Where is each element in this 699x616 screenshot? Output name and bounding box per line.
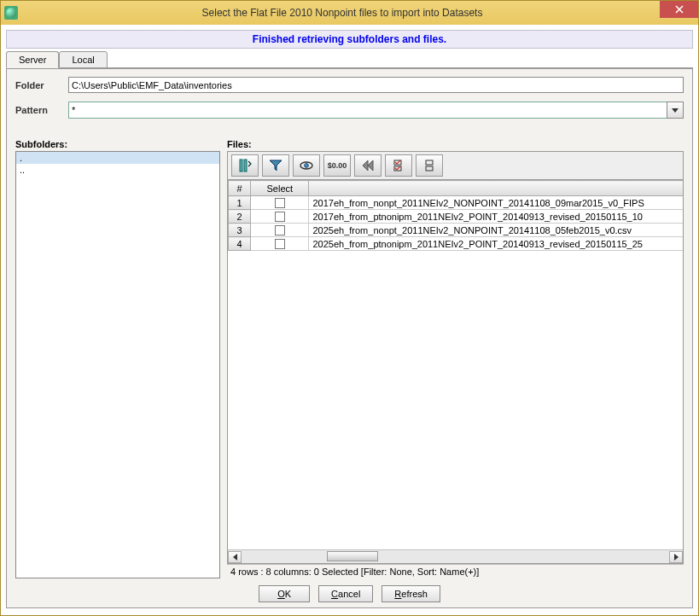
tab-strip: Server Local [6, 51, 693, 69]
svg-rect-6 [426, 160, 433, 165]
titlebar: Select the Flat File 2010 Nonpoint files… [1, 1, 698, 25]
sort-button[interactable] [231, 154, 259, 177]
tab-panel-server: Folder Pattern Subfolders: . .. [6, 67, 693, 608]
row-number: 2 [229, 210, 251, 224]
select-all-icon [391, 158, 406, 173]
col-header-select[interactable]: Select [251, 181, 309, 196]
reset-button[interactable] [354, 154, 382, 177]
folder-input[interactable] [68, 77, 684, 93]
file-name-cell: 2017eh_from_ptnonipm_2011NEIv2_POINT_201… [309, 210, 683, 224]
scroll-right-icon[interactable] [669, 551, 683, 563]
filter-button[interactable] [262, 154, 289, 177]
row-checkbox[interactable] [275, 198, 285, 208]
row-number: 3 [229, 224, 251, 237]
scroll-thumb[interactable] [327, 551, 378, 561]
row-checkbox[interactable] [275, 225, 285, 235]
list-item[interactable]: .. [16, 164, 219, 176]
app-icon [4, 6, 18, 20]
dialog-window: Select the Flat File 2010 Nonpoint files… [0, 0, 699, 616]
pattern-input[interactable] [68, 102, 667, 119]
files-grid: # Select Name 1 2017eh_from [227, 179, 684, 564]
close-button[interactable] [660, 1, 698, 18]
content: Finished retrieving subfolders and files… [1, 25, 698, 615]
svg-point-3 [305, 164, 309, 168]
select-all-button[interactable] [385, 154, 412, 177]
table-row[interactable]: 1 2017eh_from_nonpt_2011NEIv2_NONPOINT_2… [229, 196, 684, 210]
table-row[interactable]: 4 2025eh_from_ptnonipm_2011NEIv2_POINT_2… [229, 237, 684, 251]
tab-server[interactable]: Server [6, 51, 59, 68]
grid-status: 4 rows : 8 columns: 0 Selected [Filter: … [227, 564, 684, 578]
clear-all-button[interactable] [416, 154, 443, 177]
folder-label: Folder [15, 80, 68, 90]
tab-local[interactable]: Local [59, 51, 107, 68]
row-number: 4 [229, 237, 251, 251]
button-bar: OK Cancel Refresh [15, 578, 684, 602]
svg-rect-1 [244, 160, 247, 171]
subfolders-label: Subfolders: [15, 139, 220, 149]
status-message: Finished retrieving subfolders and files… [6, 30, 693, 49]
file-name-cell: 2025eh_from_ptnonipm_2011NEIv2_POINT_201… [309, 237, 683, 251]
scroll-left-icon[interactable] [228, 551, 242, 563]
subfolders-list[interactable]: . .. [15, 151, 220, 578]
format-button[interactable]: $0.00 [323, 154, 351, 177]
files-label: Files: [227, 139, 684, 149]
file-name-cell: 2025eh_from_nonpt_2011NEIv2_NONPOINT_201… [309, 224, 683, 237]
refresh-button[interactable]: Refresh [382, 585, 440, 602]
files-toolbar: $0.00 [227, 151, 684, 180]
sort-icon [237, 158, 253, 173]
funnel-icon [268, 158, 283, 173]
cancel-button[interactable]: Cancel [318, 585, 373, 602]
row-checkbox[interactable] [275, 212, 285, 222]
rewind-icon [360, 158, 376, 173]
table-row[interactable]: 3 2025eh_from_nonpt_2011NEIv2_NONPOINT_2… [229, 224, 684, 237]
show-hide-button[interactable] [293, 154, 320, 177]
pattern-dropdown-button[interactable] [667, 102, 684, 119]
clear-all-icon [422, 158, 437, 173]
svg-rect-7 [426, 166, 433, 171]
ok-button[interactable]: OK [259, 585, 310, 602]
row-number: 1 [229, 196, 251, 210]
pattern-label: Pattern [15, 105, 68, 115]
eye-icon [299, 158, 314, 173]
row-checkbox[interactable] [275, 239, 285, 249]
col-header-num[interactable]: # [229, 181, 251, 196]
col-header-name[interactable]: Name [309, 181, 683, 196]
close-icon [675, 5, 684, 14]
horizontal-scrollbar[interactable] [228, 549, 683, 563]
window-title: Select the Flat File 2010 Nonpoint files… [25, 7, 660, 19]
svg-rect-0 [240, 160, 242, 171]
file-name-cell: 2017eh_from_nonpt_2011NEIv2_NONPOINT_201… [309, 196, 683, 210]
list-item[interactable]: . [16, 152, 219, 164]
table-row[interactable]: 2 2017eh_from_ptnonipm_2011NEIv2_POINT_2… [229, 210, 684, 224]
